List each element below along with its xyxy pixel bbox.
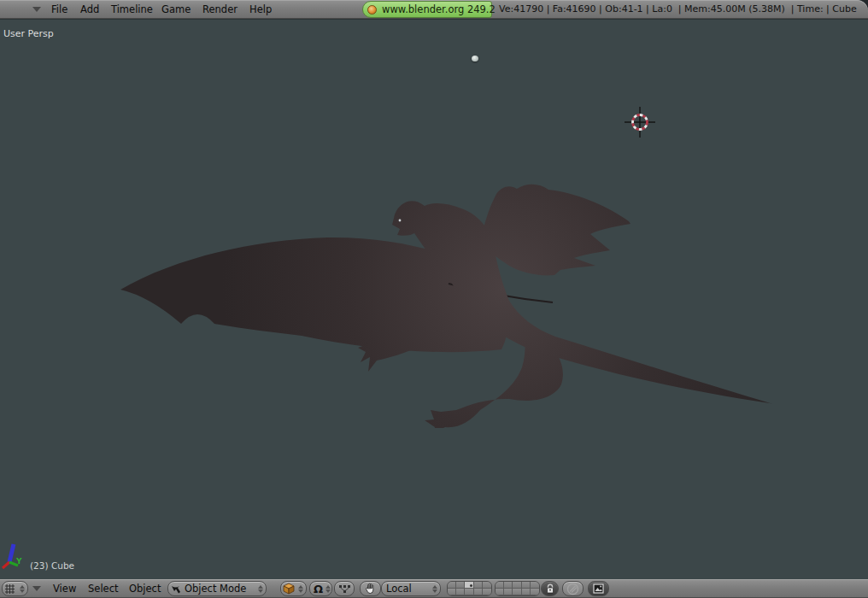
falloff-circle-icon bbox=[566, 583, 579, 595]
layer-button-10[interactable] bbox=[531, 582, 539, 589]
layer-button-8[interactable] bbox=[513, 582, 521, 589]
spinner-icon bbox=[325, 585, 331, 593]
menu-select[interactable]: Select bbox=[88, 579, 118, 598]
header-menus-collapse-icon[interactable] bbox=[32, 586, 41, 591]
layer-button-2[interactable] bbox=[456, 582, 465, 589]
hand-icon bbox=[365, 583, 376, 595]
layer-button-14[interactable] bbox=[474, 589, 483, 595]
layer-button-1[interactable] bbox=[448, 582, 456, 589]
layer-button-17[interactable] bbox=[504, 589, 513, 595]
layer-button-9[interactable] bbox=[522, 582, 531, 589]
mouse-cursor-dot bbox=[472, 56, 478, 62]
view-mode-label: User Persp bbox=[3, 28, 54, 39]
axis-y-label: Y bbox=[16, 557, 22, 566]
window-type-button[interactable] bbox=[2, 581, 28, 596]
mode-dropdown-label: Object Mode bbox=[185, 583, 246, 595]
blender-window: { "top_header": { "menus": ["File", "Add… bbox=[0, 0, 868, 598]
menu-add[interactable]: Add bbox=[80, 0, 99, 19]
menu-timeline[interactable]: Timeline bbox=[111, 0, 153, 19]
layer-object-dot bbox=[470, 584, 472, 587]
layer-button-19[interactable] bbox=[522, 589, 531, 595]
layer-button-4[interactable] bbox=[474, 582, 483, 589]
layer-button-13[interactable] bbox=[465, 589, 473, 595]
layer-button-5[interactable] bbox=[483, 582, 491, 589]
menu-help[interactable]: Help bbox=[249, 0, 272, 19]
dragon-model[interactable] bbox=[115, 180, 782, 428]
center-points-icon bbox=[338, 584, 351, 594]
menu-file[interactable]: File bbox=[51, 0, 67, 19]
menu-render[interactable]: Render bbox=[202, 0, 238, 19]
layer-button-12[interactable] bbox=[456, 589, 465, 595]
viewport-grid-icon bbox=[4, 583, 15, 595]
pivot-dropdown[interactable]: Ω bbox=[309, 581, 332, 596]
pivot-icon: Ω bbox=[314, 583, 323, 595]
cursor-3d bbox=[623, 105, 657, 139]
mode-dropdown[interactable]: Object Mode bbox=[167, 581, 267, 596]
dragon-eye-highlight bbox=[399, 220, 402, 222]
spinner-icon bbox=[19, 585, 26, 593]
render-preview-button[interactable] bbox=[588, 581, 609, 596]
viewport-3d[interactable]: User Persp bbox=[0, 19, 868, 579]
blender-logo-icon bbox=[367, 5, 377, 15]
manipulator-toggle-button[interactable] bbox=[360, 581, 381, 596]
scene-statistics: Ve:41790 | Fa:41690 | Ob:41-1 | La:0 | M… bbox=[499, 0, 857, 19]
blender-org-label: www.blender.org 249.2 bbox=[382, 2, 496, 18]
spinner-icon bbox=[431, 585, 438, 593]
layer-button-16[interactable] bbox=[496, 589, 504, 595]
solid-shading-icon bbox=[283, 583, 295, 595]
layer-button-15[interactable] bbox=[483, 589, 491, 595]
layer-button-18[interactable] bbox=[513, 589, 521, 595]
layer-button-20[interactable] bbox=[531, 589, 539, 595]
axis-z-arm bbox=[9, 544, 14, 562]
spinner-icon bbox=[297, 585, 304, 593]
layer-button-11[interactable] bbox=[448, 589, 456, 595]
layer-button-7[interactable] bbox=[504, 582, 513, 589]
lock-icon bbox=[546, 583, 554, 594]
object-mode-icon bbox=[170, 583, 182, 595]
menu-game[interactable]: Game bbox=[161, 0, 191, 19]
menu-object[interactable]: Object bbox=[129, 579, 161, 598]
layer-group-2 bbox=[495, 581, 540, 596]
pivot-center-points-button[interactable] bbox=[334, 581, 355, 596]
blender-org-badge[interactable]: www.blender.org 249.2 bbox=[362, 1, 492, 18]
falloff-button[interactable] bbox=[562, 581, 584, 596]
viewport-header: View Select Object Object Mode Ω bbox=[0, 579, 868, 598]
spinner-icon bbox=[257, 585, 264, 593]
draw-type-button[interactable] bbox=[280, 581, 307, 596]
dragon-right-wing bbox=[481, 185, 630, 276]
menu-view[interactable]: View bbox=[53, 579, 76, 598]
image-icon bbox=[593, 583, 604, 594]
axis-x-arm bbox=[3, 562, 9, 568]
header-collapse-icon[interactable] bbox=[32, 7, 41, 12]
axis-gizmo bbox=[0, 539, 29, 578]
layer-group-1 bbox=[447, 581, 492, 596]
lock-layers-button[interactable] bbox=[541, 581, 559, 596]
active-object-label: (23) Cube bbox=[30, 560, 74, 571]
top-header: File Add Timeline Game Render Help www.b… bbox=[0, 0, 868, 19]
layer-button-6[interactable] bbox=[496, 582, 504, 589]
layer-button-3[interactable] bbox=[465, 582, 473, 589]
orientation-dropdown-label: Local bbox=[386, 583, 412, 595]
orientation-dropdown[interactable]: Local bbox=[381, 581, 441, 596]
